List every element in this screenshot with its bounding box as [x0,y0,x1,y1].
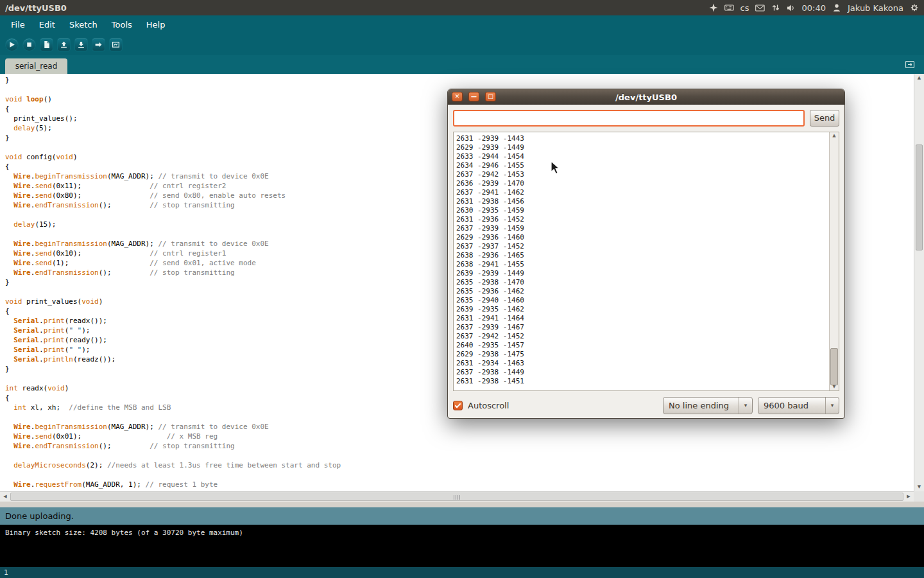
menu-item-help[interactable]: Help [139,15,173,33]
scroll-up-arrow[interactable]: ▲ [914,74,924,82]
tab-menu-button[interactable] [903,58,916,71]
autoscroll-checkbox[interactable] [453,401,463,410]
baud-rate-value: 9600 baud [758,401,825,410]
window-titlebar[interactable]: ✕ — □ /dev/ttyUSB0 [448,89,844,105]
volume-icon[interactable] [787,4,795,12]
current-line-number: 1 [4,568,8,577]
code-line [5,451,914,460]
serial-line: 2633 -2944 -1454 [456,152,829,161]
vertical-scroll-thumb[interactable] [916,144,923,250]
status-message: Done uploading. [5,511,74,521]
session-user-name[interactable]: Jakub Kakona [848,3,903,13]
code-line: } [5,75,914,85]
serial-line: 2637 -2937 -1452 [456,242,829,251]
user-icon [832,3,841,12]
status-gap [0,502,924,507]
minimize-button[interactable]: — [468,92,479,101]
menu-item-file[interactable]: File [4,15,32,33]
gear-icon[interactable] [910,3,919,12]
stop-button[interactable] [22,38,36,51]
close-button[interactable]: ✕ [452,92,463,101]
desktop-top-panel: /dev/ttyUSB0 cs 00:40 Jakub Kakona [0,0,924,15]
scroll-down-arrow[interactable]: ▼ [830,383,839,390]
serial-line: 2640 -2935 -1457 [456,341,829,350]
keyboard-layout-indicator[interactable]: cs [740,3,749,13]
close-icon: ✕ [455,93,460,100]
build-console: Binary sketch size: 4208 bytes (of a 307… [0,525,924,567]
tab-serial-read[interactable]: serial_read [5,58,67,74]
serial-line: 2631 -2936 -1452 [456,215,829,224]
tab-bar: serial_read [0,55,924,74]
scroll-down-arrow[interactable]: ▼ [914,483,924,491]
serial-line: 2637 -2938 -1449 [456,368,829,377]
open-button[interactable] [57,38,71,51]
serial-line: 2635 -2940 -1460 [456,296,829,305]
horizontal-scroll-thumb[interactable] [10,493,903,501]
code-line [5,470,914,480]
status-bar: Done uploading. [0,507,924,525]
line-ending-dropdown[interactable]: No line ending ▾ [663,397,753,414]
save-button[interactable] [74,38,88,51]
keyboard-icon[interactable] [724,3,734,12]
chevron-down-icon: ▾ [825,398,839,414]
serial-output-area[interactable]: 2631 -2939 -14432629 -2939 -14492633 -29… [453,132,839,391]
chevron-down-icon: ▾ [739,398,752,414]
output-scroll-thumb[interactable] [830,348,838,385]
console-text: Binary sketch size: 4208 bytes (of a 307… [5,529,243,537]
line-number-bar: 1 [0,567,924,578]
serial-line: 2637 -2942 -1452 [456,332,829,341]
serial-line: 2639 -2939 -1449 [456,269,829,278]
serial-line: 2637 -2939 -1459 [456,224,829,233]
serial-line: 2637 -2939 -1467 [456,323,829,332]
tab-label: serial_read [15,62,58,71]
scroll-left-arrow[interactable]: ◀ [0,492,10,502]
code-line: Wire.endTransmission(); // stop transmit… [5,441,914,451]
network-transfer-icon[interactable] [771,3,780,12]
serial-line: 2637 -2942 -1453 [456,170,829,179]
menu-bar: FileEditSketchToolsHelp [0,15,924,33]
scroll-up-arrow[interactable]: ▲ [830,132,839,139]
serial-line: 2629 -2936 -1460 [456,233,829,242]
editor-vertical-scrollbar[interactable]: ▲ ▼ [914,74,924,491]
baud-rate-dropdown[interactable]: 9600 baud ▾ [758,397,839,414]
serial-line: 2635 -2938 -1470 [456,278,829,287]
scrollbar-corner [914,491,924,502]
panel-indicators: cs 00:40 Jakub Kakona [709,3,919,13]
scroll-right-arrow[interactable]: ▶ [903,492,914,502]
mail-icon[interactable] [755,4,765,12]
output-scrollbar[interactable]: ▲ ▼ [829,132,839,390]
serial-line: 2639 -2935 -1462 [456,305,829,314]
serial-line: 2629 -2939 -1449 [456,143,829,152]
code-line: Wire.requestFrom(MAG_ADDR, 1); // reques… [5,480,914,489]
serial-line: 2629 -2938 -1475 [456,350,829,359]
serial-input[interactable] [453,110,805,127]
toolbar [0,33,924,55]
serial-line: 2631 -2938 -1451 [456,377,829,386]
send-button[interactable]: Send [810,110,839,127]
serial-line: 2637 -2941 -1462 [456,188,829,197]
menu-item-sketch[interactable]: Sketch [62,15,105,33]
focused-window-title: /dev/ttyUSB0 [5,3,67,13]
serial-monitor-button[interactable] [109,38,123,51]
upload-button[interactable] [92,38,105,51]
serial-line: 2634 -2946 -1455 [456,161,829,170]
serial-line: 2638 -2941 -1455 [456,260,829,269]
menu-item-tools[interactable]: Tools [105,15,139,33]
indicator-icon[interactable] [709,3,718,12]
clock[interactable]: 00:40 [801,3,825,13]
editor-horizontal-scrollbar[interactable]: ◀ ▶ [0,491,914,502]
window-body: Send 2631 -2939 -14432629 -2939 -1449263… [448,105,844,419]
maximize-button[interactable]: □ [485,92,496,101]
serial-line: 2636 -2939 -1470 [456,179,829,188]
screen: /dev/ttyUSB0 cs 00:40 Jakub Kakona FileE… [0,0,924,578]
code-line: Wire.beginTransmission(MAG_ADDR); // tra… [5,422,914,432]
serial-line: 2631 -2934 -1463 [456,359,829,368]
minimize-icon: — [471,93,477,100]
verify-button[interactable] [5,38,19,51]
serial-line: 2638 -2936 -1465 [456,251,829,260]
menu-item-edit[interactable]: Edit [32,15,62,33]
serial-input-row: Send [453,110,839,127]
code-line: Wire.send(0x01); // x MSB reg [5,432,914,441]
new-button[interactable] [40,38,53,51]
scroll-grip [454,495,460,500]
